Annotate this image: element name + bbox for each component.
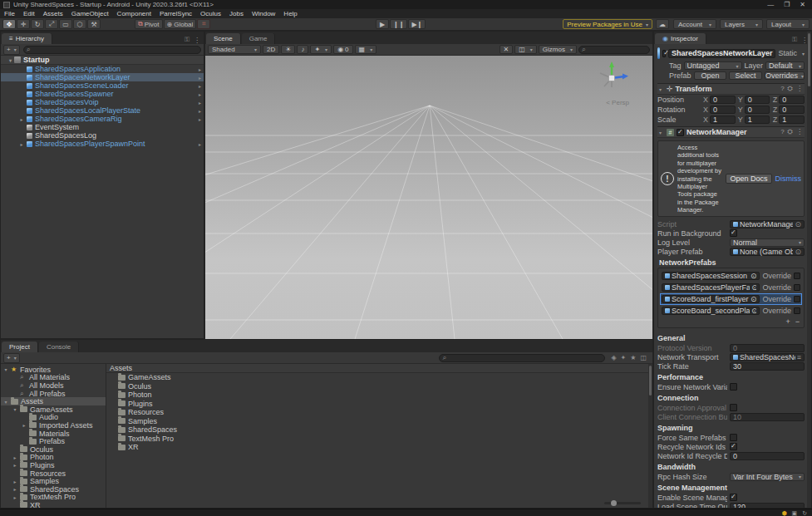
scene-header-row[interactable]: ▾ Startup [1,56,204,65]
z-value-field[interactable]: 0 [779,96,805,104]
icon-size-slider[interactable] [604,502,641,504]
checkbox[interactable] [730,494,737,501]
checkbox[interactable] [730,383,737,391]
menu-item[interactable]: Window [248,10,279,17]
value-field[interactable]: 30 [730,362,805,371]
component-enabled-checkbox[interactable] [677,129,684,136]
expand-arrow-icon[interactable]: ▸ [12,486,17,492]
hierarchy-item[interactable]: ▸ SharedSpacesPlayerSpawnPoint ▸ [1,140,204,148]
project-tree-item[interactable]: Materials [1,430,106,438]
search-by-type-icon[interactable]: ◈ [611,354,616,361]
asset-folder-row[interactable]: SharedSpaces [106,425,652,435]
help-icon[interactable]: ? [780,128,784,136]
prefab-open-arrow-icon[interactable]: ▸ [199,75,201,81]
object-field[interactable]: NetworkManager⊙ [730,220,805,229]
lighting-toggle-icon[interactable]: ☀ [281,45,295,54]
menu-item[interactable]: Assets [39,10,67,17]
hierarchy-item[interactable]: EventSystem ▸ [1,123,204,131]
gizmos-dropdown[interactable]: Gizmos▾ [539,45,577,54]
hierarchy-searchbox[interactable] [23,46,201,54]
project-tab[interactable]: Console [39,342,79,352]
rotate-tool-icon[interactable] [31,19,44,29]
prefab-open-arrow-icon[interactable]: ▸ [199,108,201,114]
prefab-object-field[interactable]: SharedSpacesPlayerFarmer⊙ [662,283,760,292]
custom-tool-icon[interactable] [87,19,101,29]
hierarchy-item[interactable]: SharedSpacesNetworkLayer ▸ [1,73,204,81]
hand-tool-icon[interactable] [2,19,16,29]
expand-arrow-icon[interactable]: ▾ [12,406,17,412]
project-tree-item[interactable]: Resources [1,469,106,478]
project-tree-item[interactable]: ▸ Plugins [1,461,106,469]
network-prefab-row[interactable]: ScoreBoard_firstPlayer⊙ Override [660,293,802,305]
step-button[interactable]: ▶❙ [408,19,426,29]
hierarchy-item[interactable]: SharedSpacesSceneLoader ▸ [1,81,204,90]
scene-view-tab[interactable]: Game [242,33,276,44]
override-checkbox[interactable] [794,284,800,291]
presets-icon[interactable]: ⛭ [788,128,793,136]
network-prefab-row[interactable]: ScoreBoard_secondPlayer⊙ Override [660,305,802,317]
create-asset-button[interactable]: + ▾ [3,353,20,363]
project-tree-item[interactable]: All Models [1,381,106,390]
object-picker-icon[interactable]: ⊙ [750,295,757,303]
collapse-arrow-icon[interactable]: ▾ [9,57,12,63]
audio-toggle-icon[interactable]: ♪ [297,45,308,54]
perspective-label[interactable]: < Persp [606,99,629,106]
expand-arrow-icon[interactable]: ▾ [3,366,8,372]
x-value-field[interactable]: 1 [710,115,736,124]
project-tree-item[interactable]: All Prefabs [1,390,106,398]
x-value-field[interactable]: 0 [710,96,736,104]
menu-item[interactable]: Oculus [196,10,225,17]
prefab-open-button[interactable]: Open [694,71,727,80]
orientation-gizmo[interactable] [593,59,631,97]
close-button[interactable]: ✕ [800,1,805,8]
tab-hierarchy[interactable]: ≡Hierarchy [2,33,52,44]
asset-folder-row[interactable]: GameAssets [106,373,652,382]
project-tree-item[interactable]: ▾ Favorites [1,366,106,374]
add-prefab-button[interactable]: + [785,317,790,326]
play-button[interactable]: ▶ [376,19,389,29]
hierarchy-item[interactable]: SharedSpacesLocalPlayerState ▸ [1,106,204,115]
object-picker-icon[interactable]: ≡ [797,353,801,361]
network-prefab-row[interactable]: SharedSpacesSession⊙ Override [660,270,802,282]
asset-folder-row[interactable]: TextMesh Pro [106,435,652,444]
menu-item[interactable]: ParrelSync [155,10,196,17]
value-field[interactable]: 0 [730,452,805,460]
menu-item[interactable]: File [0,10,19,17]
gameobject-name-field[interactable]: SharedSpacesNetworkLayer [668,49,776,58]
project-tree-item[interactable]: ▸ SharedSpaces [1,485,106,494]
z-value-field[interactable]: 0 [779,106,805,114]
object-field[interactable]: SharedSpacesNetworkLayer (PhotonRealtime… [730,353,805,361]
scene-searchbox[interactable] [578,46,650,54]
asset-folder-row[interactable]: Samples [106,417,652,426]
expand-arrow-icon[interactable]: ▸ [19,116,24,122]
kebab-menu-icon[interactable]: ⋮ [796,128,803,136]
hidden-objects-icon[interactable]: ◉ 0 [333,45,352,54]
value-field[interactable]: 0 [730,344,805,352]
move-tool-icon[interactable] [17,19,30,29]
hierarchy-item[interactable]: SharedSpacesApplication ▸ [1,65,204,73]
pivot-toggle[interactable]: ⧉Pivot [135,19,163,29]
tool-settings-icon[interactable]: ✕ [500,45,514,54]
scene-search-input[interactable] [586,45,647,54]
menu-item[interactable]: Help [279,10,301,17]
scale-tool-icon[interactable] [45,19,58,29]
prefab-overrides-dropdown[interactable]: Overrides▾ [765,71,805,80]
dropdown[interactable]: Normal▾ [730,238,805,247]
project-tree-item[interactable]: ▾ GameAssets [1,405,106,414]
x-value-field[interactable]: 0 [710,106,736,114]
asset-folder-row[interactable]: Plugins [106,400,652,409]
hierarchy-item[interactable]: SharedSpacesSpawner ▸ [1,90,204,98]
hierarchy-search-input[interactable] [31,45,198,54]
checkbox[interactable] [730,443,737,450]
expand-arrow-icon[interactable]: ▾ [3,399,8,405]
expand-arrow-icon[interactable]: ▸ [12,494,17,500]
project-tree-item[interactable]: ▸ TextMesh Pro [1,494,106,502]
project-tab[interactable]: Project [2,342,38,352]
override-checkbox[interactable] [794,296,800,302]
hierarchy-item[interactable]: SharedSpacesVoip ▸ [1,98,204,106]
dismiss-link[interactable]: Dismiss [775,174,802,183]
foldout-arrow-icon[interactable]: ▾ [659,86,664,92]
favorite-search-icon[interactable]: ★ [630,354,636,361]
menu-item[interactable]: Component [113,10,155,17]
y-value-field[interactable]: 1 [745,115,770,124]
